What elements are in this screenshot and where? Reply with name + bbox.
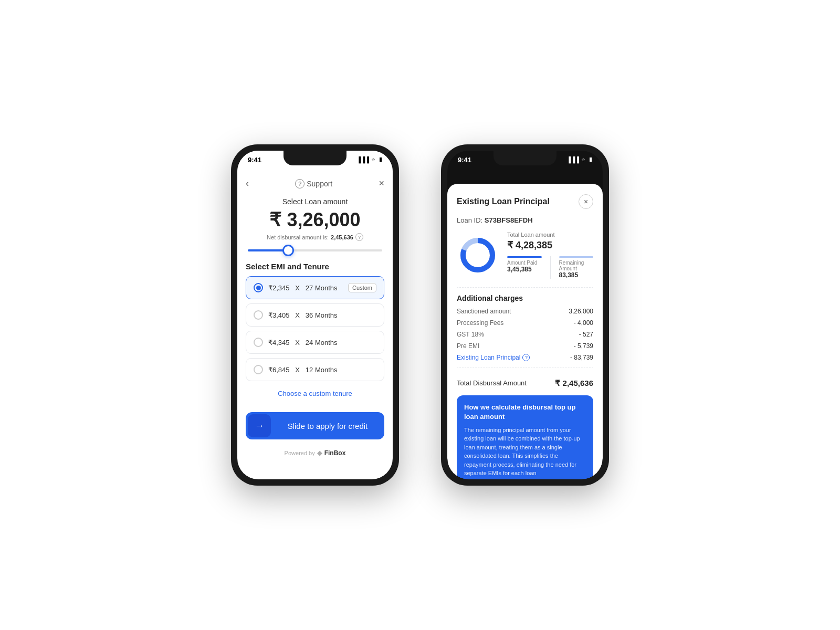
disbursal-note: Net disbursal amount is: 2,45,636 ?: [246, 233, 384, 241]
charges-title: Additional charges: [457, 294, 593, 302]
signal-icon: ▐▐▐: [357, 156, 369, 163]
custom-tenure-link[interactable]: Choose a custom tenure: [246, 385, 384, 402]
info-box-title: How we calculate disbursal top up loan a…: [464, 403, 586, 422]
charge-value-2: - 4,000: [574, 319, 593, 327]
section-divider-2: [457, 368, 593, 368]
emi-text-4: ₹6,845 X 12 Months: [268, 366, 376, 374]
status-time-1: 9:41: [248, 156, 261, 164]
radio-2: [254, 310, 263, 320]
donut-section: Total Loan amount ₹ 4,28,385 Amount Paid…: [457, 232, 593, 279]
slide-to-apply-button[interactable]: → Slide to apply for credit: [246, 412, 384, 439]
support-button[interactable]: ? Support: [295, 179, 332, 188]
close-button[interactable]: ×: [379, 178, 384, 189]
phone-1: 9:41 ▐▐▐ ᯤ ▮ ‹ ? Support ×: [231, 144, 399, 486]
slide-button-container: → Slide to apply for credit: [237, 406, 393, 446]
charge-value-1: 3,26,000: [569, 308, 593, 315]
support-icon: ?: [295, 179, 304, 188]
slider-thumb[interactable]: [282, 245, 294, 256]
emi-text-1: ₹2,345 X 27 Months: [268, 284, 343, 292]
finbox-label: FinBox: [324, 449, 346, 457]
loan-amount: ₹ 3,26,000: [246, 209, 384, 231]
slide-arrow-icon: →: [248, 414, 271, 437]
back-button[interactable]: ‹: [246, 178, 249, 189]
loan-title: Select Loan amount: [246, 197, 384, 206]
emi-section: Select EMI and Tenure ₹2,345 X 27 Months…: [237, 258, 393, 406]
slide-label: Slide to apply for credit: [271, 422, 384, 430]
info-box-text: The remaining principal amount from your…: [464, 426, 586, 478]
status-time-2: 9:41: [458, 156, 471, 164]
info-box: How we calculate disbursal top up loan a…: [457, 395, 593, 479]
modal-content: Existing Loan Principal × Loan ID: S73BF…: [447, 184, 603, 479]
charge-row-2: Processing Fees - 4,000: [457, 319, 593, 327]
donut-chart: [457, 234, 499, 276]
modal-header: Existing Loan Principal ×: [457, 194, 593, 209]
total-disbursal-row: Total Disbursal Amount ₹ 2,45,636: [457, 374, 593, 388]
radio-4: [254, 365, 263, 374]
battery-icon-2: ▮: [589, 156, 592, 163]
scene: 9:41 ▐▐▐ ᯤ ▮ ‹ ? Support ×: [0, 0, 840, 630]
modal-title: Existing Loan Principal: [457, 197, 550, 206]
loan-id: Loan ID: S73BFS8EFDH: [457, 216, 593, 224]
remaining-breakdown: Remaining Amount 83,385: [559, 256, 594, 279]
donut-breakdown: Amount Paid 3,45,385 Remaining Amount 83…: [507, 256, 593, 279]
charge-label-4: Pre EMI: [457, 342, 479, 350]
paid-bar: [507, 256, 542, 258]
info-circle-icon: ?: [522, 354, 530, 361]
breakdown-divider: [550, 256, 551, 279]
slider-track: [248, 249, 382, 251]
modal-close-button[interactable]: ×: [579, 194, 593, 209]
battery-icon: ▮: [379, 156, 382, 163]
phone-2: 9:41 ▐▐▐ ᯤ ▮ Existing Loan Principal × L…: [441, 144, 609, 486]
charge-label-3: GST 18%: [457, 331, 484, 338]
charge-row-5: Existing Loan Principal ? - 83,739: [457, 354, 593, 361]
emi-option-2[interactable]: ₹3,405 X 36 Months: [246, 303, 384, 327]
charge-row-3: GST 18% - 527: [457, 331, 593, 338]
total-disbursal-value: ₹ 2,45,636: [555, 379, 593, 388]
nav-bar: ‹ ? Support ×: [237, 174, 393, 193]
remaining-bar: [559, 256, 594, 258]
charge-value-4: - 5,739: [574, 342, 593, 350]
loan-header: Select Loan amount ₹ 3,26,000 Net disbur…: [237, 193, 393, 243]
emi-section-title: Select EMI and Tenure: [246, 262, 384, 271]
charge-row-4: Pre EMI - 5,739: [457, 342, 593, 350]
total-disbursal-label: Total Disbursal Amount: [457, 379, 527, 387]
emi-text-2: ₹3,405 X 36 Months: [268, 311, 376, 319]
info-icon[interactable]: ?: [355, 233, 363, 241]
finbox-logo-icon: ◆: [317, 449, 322, 457]
section-divider: [457, 287, 593, 288]
loan-slider[interactable]: [237, 243, 393, 258]
radio-1: [254, 283, 263, 292]
status-icons-1: ▐▐▐ ᯤ ▮: [357, 156, 382, 163]
charge-row-1: Sanctioned amount 3,26,000: [457, 308, 593, 315]
donut-total-label: Total Loan amount: [507, 232, 593, 238]
charge-value-3: - 527: [579, 331, 593, 338]
powered-by: Powered by ◆ FinBox: [237, 446, 393, 460]
emi-text-3: ₹4,345 X 24 Months: [268, 339, 376, 346]
emi-option-3[interactable]: ₹4,345 X 24 Months: [246, 331, 384, 354]
wifi-icon-2: ᯤ: [581, 156, 587, 163]
emi-option-1[interactable]: ₹2,345 X 27 Months Custom: [246, 276, 384, 299]
wifi-icon: ᯤ: [371, 156, 377, 163]
donut-total-amount: ₹ 4,28,385: [507, 239, 593, 251]
charge-label-1: Sanctioned amount: [457, 308, 511, 315]
charge-label-2: Processing Fees: [457, 319, 503, 327]
signal-icon-2: ▐▐▐: [567, 156, 579, 163]
donut-info: Total Loan amount ₹ 4,28,385 Amount Paid…: [507, 232, 593, 279]
existing-loan-link[interactable]: Existing Loan Principal ?: [457, 354, 530, 361]
emi-option-4[interactable]: ₹6,845 X 12 Months: [246, 358, 384, 381]
radio-3: [254, 338, 263, 347]
custom-badge: Custom: [348, 283, 376, 292]
status-icons-2: ▐▐▐ ᯤ ▮: [567, 156, 592, 163]
paid-breakdown: Amount Paid 3,45,385: [507, 256, 542, 279]
charge-value-5: - 83,739: [570, 354, 593, 361]
support-label: Support: [307, 180, 332, 188]
